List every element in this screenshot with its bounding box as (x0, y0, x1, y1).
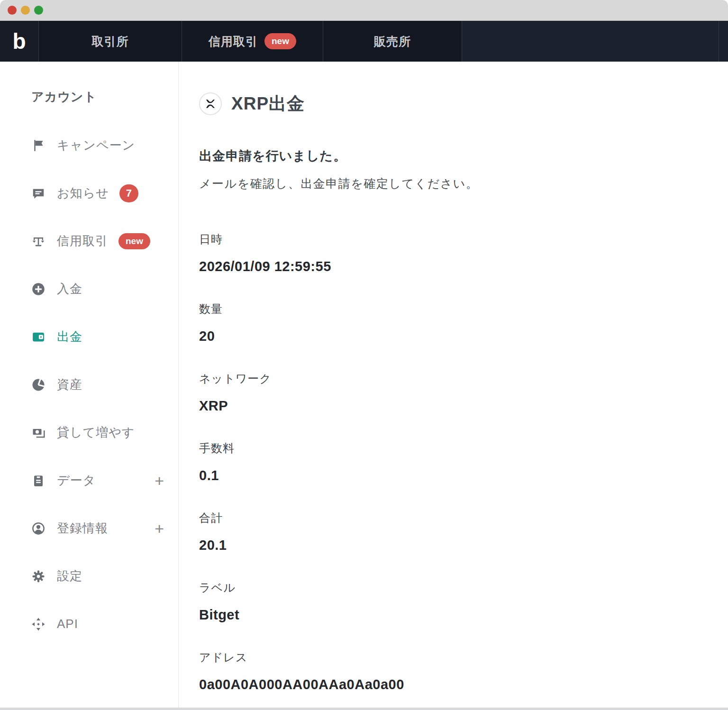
move-icon (31, 617, 46, 631)
expand-plus-icon[interactable]: + (155, 473, 164, 489)
sidebar-item-withdrawal[interactable]: 出金 (0, 313, 178, 361)
sidebar-item-label: 入金 (57, 281, 82, 297)
app-window: b 取引所 信用取引 new 販売所 アカウント キャンペーン (0, 0, 728, 710)
field-value: 2026/01/09 12:59:55 (199, 258, 709, 275)
field-value: 0a00A0A000AA00AAa0Aa0a00 (199, 676, 709, 693)
withdrawal-confirmation-panel: XRP出金 出金申請を行いました。 メールを確認し、出金申請を確定してください。… (179, 62, 728, 710)
pie-chart-icon (31, 378, 46, 392)
sidebar-item-assets[interactable]: 資産 (0, 361, 178, 409)
field-label: 合計 (199, 511, 709, 525)
sidebar-item-label: API (57, 617, 78, 631)
sidebar-item-label: 出金 (57, 328, 82, 345)
bitbank-logo[interactable]: b (0, 21, 39, 62)
window-bottom-edge (0, 708, 728, 710)
tab-margin-trading-label: 信用取引 (209, 34, 258, 49)
tab-exchange[interactable]: 取引所 (39, 21, 182, 62)
field-label: アドレス (199, 650, 709, 664)
field-value: 20 (199, 328, 709, 345)
scales-icon (31, 234, 46, 248)
chat-icon (31, 186, 46, 200)
window-titlebar (0, 0, 728, 21)
minimize-window-button[interactable] (21, 6, 30, 15)
sidebar-item-label: 信用取引 (57, 233, 108, 249)
plus-circle-icon (31, 282, 46, 296)
sidebar-item-label: お知らせ (57, 185, 109, 201)
sidebar-item-data[interactable]: データ + (0, 456, 178, 504)
zoom-window-button[interactable] (34, 6, 43, 15)
sidebar-item-api[interactable]: API (0, 600, 178, 648)
sidebar-item-settings[interactable]: 設定 (0, 552, 178, 600)
flag-icon (31, 138, 46, 153)
field-value: 20.1 (199, 537, 709, 554)
sidebar-item-registration-info[interactable]: 登録情報 + (0, 504, 178, 552)
sidebar-item-label: 登録情報 (57, 520, 108, 537)
tab-exchange-label: 取引所 (92, 34, 129, 49)
sidebar-item-lending[interactable]: 貸して増やす (0, 409, 178, 456)
clipboard-icon (31, 473, 46, 488)
field-amount: 数量 20 (199, 302, 709, 345)
xrp-logo-icon (204, 97, 217, 110)
new-badge: new (118, 233, 150, 249)
notification-count-badge: 7 (119, 184, 138, 202)
sidebar-item-label: 資産 (57, 376, 82, 393)
tab-sales-office-label: 販売所 (374, 34, 411, 49)
field-address: アドレス 0a00A0A000AA00AAa0Aa0a00 (199, 650, 709, 693)
navbar-spacer (462, 21, 719, 62)
banknote-icon (31, 426, 46, 440)
sidebar-item-notifications[interactable]: お知らせ 7 (0, 169, 178, 217)
gear-icon (31, 569, 46, 583)
field-total: 合計 20.1 (199, 511, 709, 554)
field-label: 数量 (199, 302, 709, 316)
tab-sales-office[interactable]: 販売所 (323, 21, 462, 62)
tab-margin-trading[interactable]: 信用取引 new (182, 21, 323, 62)
xrp-coin-badge (199, 92, 222, 115)
person-icon (31, 521, 46, 536)
sidebar-item-deposit[interactable]: 入金 (0, 265, 178, 313)
field-value: Bitget (199, 606, 709, 623)
sidebar-item-label: データ (57, 472, 96, 489)
field-label: 日時 (199, 232, 709, 246)
sidebar-item-campaign[interactable]: キャンペーン (0, 121, 178, 169)
field-value: 0.1 (199, 467, 709, 484)
expand-plus-icon[interactable]: + (155, 520, 164, 537)
page-title-row: XRP出金 (199, 92, 709, 116)
content-area: アカウント キャンペーン お知らせ 7 (0, 62, 728, 710)
sidebar-item-margin-trading[interactable]: 信用取引 new (0, 217, 178, 265)
confirmation-message-body: メールを確認し、出金申請を確定してください。 (199, 176, 709, 191)
field-network: ネットワーク XRP (199, 372, 709, 414)
sidebar-item-label: 貸して増やす (57, 424, 135, 441)
navbar-spacer-end (719, 21, 728, 62)
page-title: XRP出金 (231, 92, 305, 116)
withdrawal-details: 日時 2026/01/09 12:59:55 数量 20 ネットワーク XRP … (199, 232, 709, 693)
new-badge: new (264, 33, 296, 49)
sidebar-items: キャンペーン お知らせ 7 (0, 121, 178, 648)
field-value: XRP (199, 397, 709, 414)
account-sidebar: アカウント キャンペーン お知らせ 7 (0, 62, 179, 710)
field-datetime: 日時 2026/01/09 12:59:55 (199, 232, 709, 275)
field-label: ネットワーク (199, 372, 709, 386)
sidebar-heading: アカウント (31, 88, 178, 105)
field-fee: 手数料 0.1 (199, 441, 709, 484)
sidebar-item-label: 設定 (57, 568, 82, 584)
wallet-icon (31, 330, 46, 344)
confirmation-message-title: 出金申請を行いました。 (199, 149, 709, 163)
top-navbar: b 取引所 信用取引 new 販売所 (0, 21, 728, 62)
field-label: 手数料 (199, 441, 709, 455)
close-window-button[interactable] (8, 6, 17, 15)
sidebar-item-label: キャンペーン (57, 137, 135, 154)
field-address-label: ラベル Bitget (199, 581, 709, 623)
field-label: ラベル (199, 581, 709, 595)
